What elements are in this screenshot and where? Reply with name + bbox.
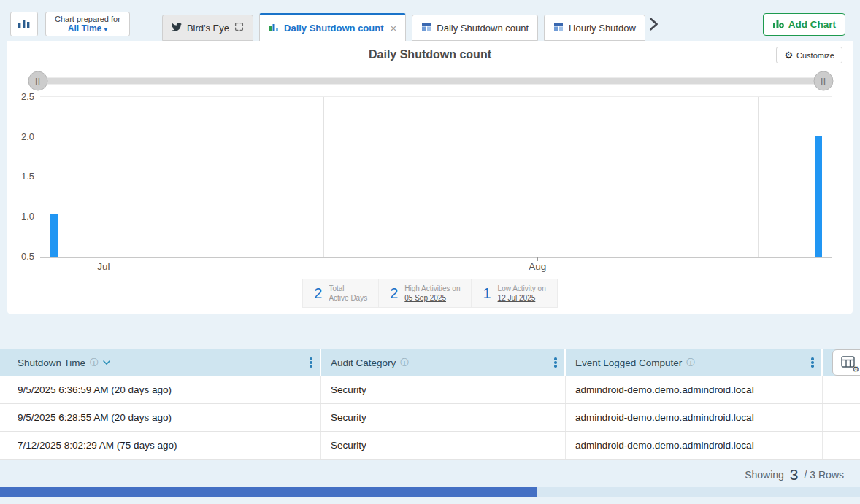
- add-chart-button[interactable]: Add Chart: [763, 13, 845, 36]
- period-selector-value: All Time ▾: [55, 23, 120, 34]
- time-range-slider[interactable]: || ||: [38, 70, 823, 92]
- y-tick-label: 1.0: [21, 211, 34, 222]
- column-header-event-logged-computer[interactable]: Event Logged Computer ⓘ: [566, 349, 823, 376]
- mini-chart-icon: [553, 22, 564, 34]
- event-logged-computer-cell: admindroid-demo.demo.admindroid.local: [566, 404, 823, 431]
- chart-stats: 2 Total Active Days 2 High Activities on…: [7, 279, 853, 308]
- stat-low-activity: 1 Low Activity on 12 Jul 2025: [472, 279, 557, 308]
- y-tick-label: 0.5: [21, 250, 34, 261]
- chart-tabs: Bird's Eye Daily Shutdown count ×: [162, 13, 645, 41]
- high-activity-date-link[interactable]: 05 Sep 2025: [404, 294, 446, 302]
- tab-label: Bird's Eye: [187, 23, 229, 34]
- chart-tabbar: Chart prepared for All Time ▾ Bird's Eye: [7, 7, 853, 41]
- info-icon[interactable]: ⓘ: [90, 358, 99, 367]
- add-chart-icon: [772, 18, 784, 31]
- tab-daily-shutdown-count-2[interactable]: Daily Shutdown count: [412, 15, 538, 41]
- table-footer: Showing 3 / 3 Rows: [0, 460, 860, 497]
- sort-descending-icon[interactable]: [103, 360, 110, 365]
- slider-track[interactable]: [38, 78, 823, 85]
- shutdown-time-cell: 9/5/2025 6:36:59 AM (20 days ago): [0, 376, 321, 403]
- table-row: 9/5/2025 6:28:55 AM (20 days ago) Securi…: [0, 404, 860, 432]
- shutdown-time-cell: 9/5/2025 6:28:55 AM (20 days ago): [0, 404, 321, 431]
- horizontal-scrollbar[interactable]: [0, 487, 860, 497]
- y-tick-label: 2.5: [21, 91, 34, 102]
- next-tabs-button[interactable]: [645, 15, 663, 34]
- gridline: [323, 97, 324, 257]
- scrollbar-thumb[interactable]: [0, 487, 537, 497]
- y-tick-label: 1.5: [21, 171, 34, 182]
- events-table: Shutdown Time ⓘ Audit Category ⓘ Event L…: [0, 349, 860, 497]
- shutdown-time-cell: 7/12/2025 8:02:29 AM (75 days ago): [0, 432, 321, 459]
- chart-plot: [40, 96, 832, 258]
- gear-icon: ⚙: [784, 50, 793, 60]
- column-menu-icon[interactable]: [811, 357, 814, 368]
- chart-title: Daily Shutdown count: [369, 48, 491, 61]
- audit-category-cell: Security: [321, 432, 566, 459]
- stat-high-activities: 2 High Activities on 05 Sep 2025: [379, 279, 472, 308]
- y-axis: 2.5 2.0 1.5 1.0 0.5: [7, 96, 40, 258]
- tab-birds-eye[interactable]: Bird's Eye: [162, 15, 253, 41]
- event-logged-computer-cell: admindroid-demo.demo.admindroid.local: [566, 432, 823, 459]
- column-header-audit-category[interactable]: Audit Category ⓘ: [321, 349, 566, 376]
- period-selector[interactable]: Chart prepared for All Time ▾: [45, 12, 130, 36]
- slider-handle-right[interactable]: ||: [814, 71, 834, 91]
- gear-icon: ⚙: [852, 365, 859, 373]
- chart-area: 2.5 2.0 1.5 1.0 0.5: [7, 96, 853, 258]
- mini-chart-icon: [421, 22, 431, 34]
- table-header: Shutdown Time ⓘ Audit Category ⓘ Event L…: [0, 349, 860, 376]
- column-menu-icon[interactable]: [310, 357, 312, 368]
- tab-label: Hourly Shutdow: [569, 23, 636, 34]
- table-row: 9/5/2025 6:36:59 AM (20 days ago) Securi…: [0, 376, 860, 404]
- column-header-shutdown-time[interactable]: Shutdown Time ⓘ: [0, 349, 321, 376]
- chevron-down-icon: ▾: [104, 26, 108, 33]
- info-icon[interactable]: ⓘ: [400, 358, 409, 367]
- x-axis: Jul Aug: [40, 258, 832, 276]
- audit-category-cell: Security: [321, 404, 566, 431]
- chevron-right-icon: [645, 15, 661, 34]
- bird-icon: [172, 23, 182, 34]
- tab-daily-shutdown-count-active[interactable]: Daily Shutdown count ×: [259, 13, 406, 41]
- tab-close-icon[interactable]: ×: [391, 22, 397, 34]
- info-icon[interactable]: ⓘ: [686, 358, 695, 367]
- chart-card: Chart prepared for All Time ▾ Bird's Eye: [7, 7, 853, 314]
- row-total-label: / 3 Rows: [805, 469, 844, 481]
- gridline: [758, 97, 759, 257]
- y-tick-label: 2.0: [21, 131, 34, 141]
- charts-menu-button[interactable]: [10, 12, 38, 36]
- tab-hourly-shutdown[interactable]: Hourly Shutdow: [544, 15, 645, 41]
- column-settings-button[interactable]: ⚙: [832, 349, 860, 376]
- customize-button[interactable]: ⚙ Customize: [776, 47, 842, 63]
- table-row: 7/12/2025 8:02:29 AM (75 days ago) Secur…: [0, 432, 860, 460]
- x-tick-label: Aug: [529, 261, 546, 272]
- slider-handle-left[interactable]: ||: [28, 71, 48, 91]
- tab-label: Daily Shutdown count: [437, 23, 529, 34]
- chart-bar[interactable]: [50, 214, 58, 257]
- tab-label: Daily Shutdown count: [284, 23, 384, 34]
- low-activity-date-link[interactable]: 12 Jul 2025: [498, 294, 536, 302]
- showing-label: Showing: [745, 469, 784, 481]
- chart-panel: Daily Shutdown count ⚙ Customize || || 2…: [7, 41, 853, 314]
- row-count: 3: [790, 466, 799, 484]
- audit-category-cell: Security: [321, 376, 566, 403]
- expand-icon[interactable]: [234, 22, 244, 34]
- stat-total-active-days: 2 Total Active Days: [302, 279, 379, 308]
- mini-chart-icon: [269, 22, 279, 34]
- period-selector-caption: Chart prepared for: [55, 15, 120, 23]
- x-tick-label: Jul: [97, 261, 110, 272]
- column-menu-icon[interactable]: [554, 357, 557, 368]
- event-logged-computer-cell: admindroid-demo.demo.admindroid.local: [566, 376, 823, 403]
- chart-bar[interactable]: [815, 136, 822, 257]
- bar-chart-icon: [18, 18, 31, 31]
